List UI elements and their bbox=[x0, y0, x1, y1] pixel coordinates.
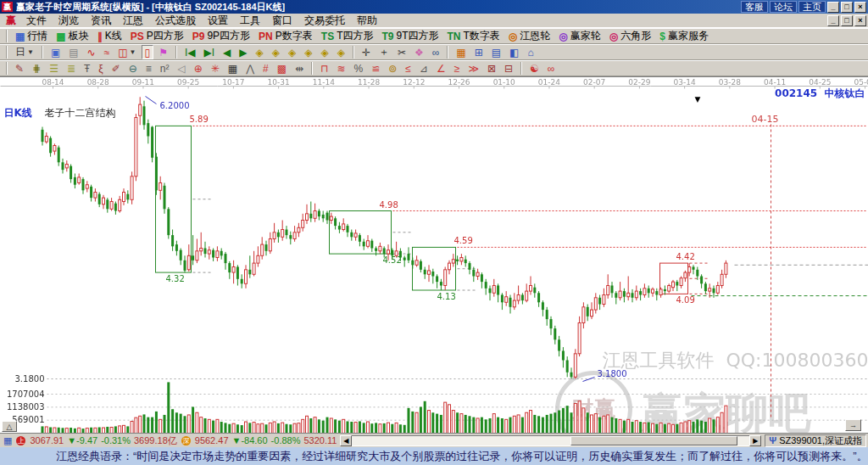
current-index-panel[interactable]: Ψ SZ399001,深证成指 bbox=[765, 434, 866, 447]
draw-tool-3[interactable]: ≣ bbox=[64, 61, 79, 76]
draw-tool-27[interactable]: ≥ bbox=[451, 61, 464, 76]
draw-tool-9[interactable]: n² bbox=[157, 61, 173, 76]
draw-tool-7[interactable]: ⊖ bbox=[125, 61, 141, 76]
toolbar-button-赢家轮[interactable]: ◎赢家轮 bbox=[555, 29, 604, 43]
toolbar-button-T四方形[interactable]: TST四方形 bbox=[318, 29, 377, 43]
minimize-button[interactable]: _ bbox=[827, 2, 839, 13]
nav-tool-7[interactable]: ▯ bbox=[142, 45, 154, 59]
menu-item-江恩[interactable]: 江恩 bbox=[117, 13, 149, 29]
draw-tool-5[interactable]: ξ bbox=[95, 61, 106, 76]
draw-tool-17[interactable]: ⇹ bbox=[292, 61, 307, 76]
sse-index-icon[interactable]: 上 bbox=[16, 436, 25, 445]
szse-index-icon[interactable]: 深 bbox=[181, 436, 191, 445]
nav-tool-30[interactable]: ◧ bbox=[506, 45, 522, 59]
toolbar-button-P数字表[interactable]: PNP数字表 bbox=[255, 29, 316, 43]
volume-pane-expand-button[interactable]: △ bbox=[2, 421, 17, 432]
draw-tool-4[interactable]: Ŧ bbox=[81, 61, 93, 76]
draw-tool-10[interactable]: ◁ bbox=[174, 61, 188, 76]
draw-tool-11[interactable]: ⊕ bbox=[191, 61, 206, 76]
titlebar-link-0[interactable]: 客服 bbox=[741, 1, 768, 13]
menu-item-窗口[interactable]: 窗口 bbox=[266, 13, 298, 29]
draw-tool-8[interactable]: ≡ bbox=[142, 61, 155, 76]
nav-tool-22[interactable]: ＋ bbox=[376, 45, 392, 59]
nav-tool-12[interactable]: ◀ bbox=[220, 45, 234, 59]
toolbar-button-行情[interactable]: ▦行情 bbox=[12, 29, 51, 43]
nav-tool-25[interactable]: ∞ bbox=[429, 45, 443, 59]
nav-tool-13[interactable]: ▶ bbox=[236, 45, 250, 59]
draw-tool-20[interactable]: ≋ bbox=[334, 61, 349, 76]
draw-tool-0[interactable]: ✎ bbox=[12, 61, 27, 76]
toolbar-button-赢家服务[interactable]: $赢家服务 bbox=[656, 29, 712, 43]
nav-tool-10[interactable]: I◀ bbox=[181, 45, 199, 59]
toolbar-button-T数字表[interactable]: TNT数字表 bbox=[444, 29, 504, 43]
close-button[interactable]: × bbox=[854, 2, 866, 13]
menu-item-文件[interactable]: 文件 bbox=[20, 13, 53, 29]
nav-tool-4[interactable]: ∿ bbox=[84, 45, 99, 59]
toolbar-button-P四方形[interactable]: PSP四方形 bbox=[127, 29, 187, 43]
draw-tool-32[interactable]: ☯ bbox=[526, 61, 542, 76]
nav-tool-24[interactable]: ❖ bbox=[411, 45, 427, 59]
draw-tool-23[interactable]: ⊚ bbox=[385, 61, 400, 76]
kline-chart-canvas[interactable] bbox=[0, 77, 868, 434]
draw-tool-25[interactable]: ⊿ bbox=[416, 61, 431, 76]
draw-tool-22[interactable]: ≌ bbox=[368, 61, 383, 76]
nav-tool-28[interactable]: ⊞ bbox=[471, 45, 487, 59]
nav-tool-5[interactable]: ≈ bbox=[101, 45, 114, 59]
toolbar-button-江恩轮[interactable]: ◎江恩轮 bbox=[505, 29, 554, 43]
nav-tool-14[interactable]: ◈ bbox=[253, 45, 267, 59]
nav-tool-21[interactable]: ✛ bbox=[359, 45, 374, 59]
draw-tool-15[interactable]: # bbox=[259, 61, 272, 76]
titlebar-link-2[interactable]: 主页 bbox=[798, 1, 826, 13]
menu-item-设置[interactable]: 设置 bbox=[202, 13, 234, 29]
toolbar-button-六角形[interactable]: ◎六角形 bbox=[606, 29, 654, 43]
draw-tool-33[interactable]: ∞ bbox=[544, 61, 559, 76]
menu-item-公式选股[interactable]: 公式选股 bbox=[149, 13, 202, 29]
nav-tool-19[interactable]: ◈ bbox=[334, 45, 348, 59]
nav-tool-0[interactable]: 日▼ bbox=[12, 45, 37, 59]
draw-tool-26[interactable]: ∠ bbox=[433, 61, 449, 76]
menu-item-帮助[interactable]: 帮助 bbox=[351, 13, 383, 29]
nav-tool-17[interactable]: ◈ bbox=[301, 45, 315, 59]
menu-item-浏览[interactable]: 浏览 bbox=[53, 13, 85, 29]
nav-tool-27[interactable]: ▦ bbox=[453, 45, 469, 59]
grid-view-icon[interactable]: ▦ bbox=[3, 435, 12, 446]
child-restore-button[interactable]: □ bbox=[841, 15, 853, 26]
nav-tool-2[interactable]: ▣ bbox=[47, 45, 64, 59]
toolbar-button-板块[interactable]: ▩板块 bbox=[53, 29, 92, 43]
nav-tool-16[interactable]: ◈ bbox=[285, 45, 299, 59]
draw-tool-6[interactable]: ✐ bbox=[108, 61, 124, 76]
toolbar-button-9T四方形[interactable]: T99T四方形 bbox=[378, 29, 442, 43]
scroll-right-button[interactable]: → bbox=[845, 419, 861, 431]
nav-tool-3[interactable]: ▤ bbox=[65, 45, 81, 59]
nav-tool-11[interactable]: ▶I bbox=[200, 45, 218, 59]
draw-tool-12[interactable]: ✳ bbox=[208, 61, 223, 76]
draw-tool-28[interactable]: ≫ bbox=[465, 61, 482, 76]
scrollbar-track[interactable] bbox=[352, 435, 749, 446]
draw-tool-21[interactable]: % bbox=[351, 61, 367, 76]
menu-item-交易委托[interactable]: 交易委托 bbox=[298, 13, 351, 29]
scroll-left-arrow[interactable]: ◀ bbox=[340, 435, 352, 446]
draw-tool-24[interactable]: ≤ bbox=[402, 61, 415, 76]
draw-tool-13[interactable]: ▦ bbox=[225, 61, 241, 76]
draw-tool-30[interactable]: ⊟ bbox=[501, 61, 516, 76]
draw-tool-29[interactable]: ⊠ bbox=[484, 61, 499, 76]
toolbar-button-9P四方形[interactable]: P99P四方形 bbox=[189, 29, 253, 43]
nav-tool-29[interactable]: ▤ bbox=[488, 45, 504, 59]
restore-button[interactable]: □ bbox=[841, 2, 853, 13]
scrollbar-thumb[interactable] bbox=[570, 436, 737, 445]
draw-tool-2[interactable]: ☰ bbox=[46, 61, 62, 76]
scroll-right-arrow[interactable]: ▶ bbox=[749, 435, 761, 446]
menu-item-工具[interactable]: 工具 bbox=[234, 13, 266, 29]
horizontal-scrollbar[interactable]: ◀ ▶ bbox=[340, 434, 761, 447]
nav-tool-8[interactable]: ⚑ bbox=[155, 45, 171, 59]
child-close-button[interactable]: × bbox=[854, 15, 866, 26]
draw-tool-1[interactable]: ⋕ bbox=[29, 61, 44, 76]
child-minimize-button[interactable]: _ bbox=[827, 15, 839, 26]
nav-tool-31[interactable]: ⌂ bbox=[524, 45, 537, 59]
menu-item-资讯[interactable]: 资讯 bbox=[85, 13, 117, 29]
toolbar-button-K线[interactable]: ∥K线 bbox=[94, 29, 125, 43]
nav-tool-6[interactable]: ◫▼ bbox=[114, 45, 139, 59]
nav-tool-18[interactable]: ◈ bbox=[317, 45, 331, 59]
draw-tool-19[interactable]: ⊓ bbox=[317, 61, 331, 76]
titlebar-link-1[interactable]: 论坛 bbox=[770, 1, 797, 13]
